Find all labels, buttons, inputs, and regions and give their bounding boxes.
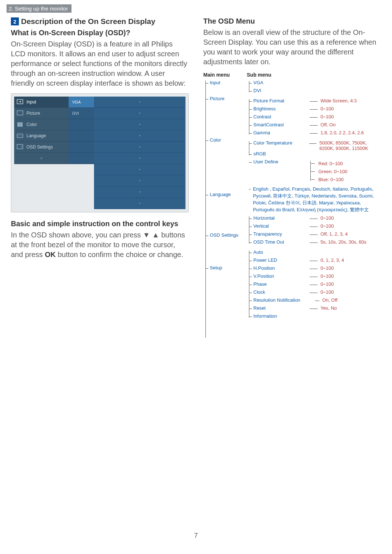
- val: 1.8, 2.0, 2.2, 2.4, 2.6: [320, 130, 364, 135]
- group-picture: Picture FormatWide Screen, 4:3 Brightnes…: [247, 98, 381, 138]
- osd-label: Picture: [26, 111, 40, 116]
- sub-picture-format: Picture Format: [253, 98, 310, 103]
- osd-item-osd-settings: OSD Settings: [14, 142, 69, 153]
- main-picture: Picture: [203, 96, 247, 137]
- input-icon: [16, 99, 24, 105]
- sub-vertical: Vertical: [253, 223, 310, 229]
- sub-contrast: Contrast: [253, 114, 310, 119]
- svg-rect-1: [17, 111, 23, 115]
- svg-point-7: [20, 135, 20, 136]
- val-red: Red: 0~100: [315, 160, 347, 168]
- osd-label: Input: [26, 99, 36, 105]
- user-define-tree: Red: 0~100 Green: 0~100 Blue: 0~100: [310, 160, 347, 184]
- language-list: English , Español, Français, Deutsch, It…: [253, 186, 381, 213]
- sub-v-position: V.Position: [253, 273, 310, 279]
- settings-icon: [16, 144, 24, 150]
- header-sub-menu: Sub menu: [247, 72, 312, 78]
- sub-gamma: Gamma: [253, 130, 310, 135]
- osd-item-language: Language: [14, 130, 69, 142]
- chapter-header: 2. Setting up the monitor: [7, 4, 72, 13]
- group-setup: Auto Power LED0, 1, 2, 3, 4 H.Position0~…: [247, 249, 381, 321]
- sub-reset: Reset: [253, 305, 310, 311]
- header-main-menu: Main menu: [203, 72, 247, 78]
- osd-down-arrow: ▼: [14, 153, 69, 164]
- val: 0, 1, 2, 3, 4: [320, 257, 344, 263]
- val: On, Off: [322, 297, 338, 303]
- sub-dvi: DVI: [253, 88, 310, 93]
- right-column: The OSD Menu Below is an overall view of…: [203, 15, 381, 352]
- subheading-basic-instruction: Basic and simple instruction on the cont…: [11, 220, 189, 228]
- sub-information: Information: [253, 313, 310, 319]
- sub-smartcontrast: SmartContrast: [253, 122, 310, 127]
- osd-label: OSD Settings: [26, 144, 53, 150]
- val: 0~100: [320, 114, 334, 119]
- sub-user-define: User Define: [253, 159, 310, 164]
- sub-transparency: Transparency: [253, 231, 310, 237]
- sub-h-position: H.Position: [253, 265, 310, 271]
- val: Off, 1, 2, 3, 4: [320, 231, 348, 237]
- sub-brightness: Brightness: [253, 106, 310, 111]
- svg-rect-3: [19, 122, 21, 127]
- val: 0~100: [320, 273, 334, 279]
- sub-resolution-notification: Resolution Notification: [253, 297, 315, 303]
- osd-label: Language: [26, 133, 46, 138]
- svg-point-10: [21, 146, 22, 147]
- language-icon: [16, 133, 24, 139]
- main-color: Color: [203, 137, 247, 192]
- svg-rect-9: [17, 144, 23, 149]
- left-column: 2 Description of the On Screen Display W…: [11, 15, 189, 352]
- osd-screenshot: Input Picture Color Language: [11, 93, 189, 212]
- sub-color-temperature: Color Temperature: [253, 140, 309, 146]
- text: button to confirm the choice or change.: [56, 250, 183, 258]
- main-language: Language: [203, 192, 247, 232]
- picture-icon: [16, 110, 24, 117]
- val-green: Green: 0~100: [315, 168, 347, 176]
- val: 5000K, 6500K, 7500K, 8200K, 9300K, 11500…: [319, 140, 381, 151]
- sub-osd-time-out: OSD Time Out: [253, 239, 310, 245]
- val: 0~100: [320, 289, 334, 295]
- group-color: Color Temperature5000K, 6500K, 7500K, 82…: [247, 140, 381, 184]
- osd-sub-dvi: DVI: [69, 108, 94, 119]
- ok-key: OK: [45, 250, 56, 258]
- sub-vga: VGA: [253, 80, 310, 85]
- val: Wide Screen, 4:3: [320, 98, 357, 103]
- svg-rect-2: [17, 122, 19, 127]
- group-input: VGA DVI: [247, 80, 381, 96]
- sub-clock: Clock: [253, 289, 310, 295]
- section-title: Description of the On Screen Display: [21, 17, 155, 26]
- main-osd-settings: OSD Settings: [203, 232, 247, 265]
- osd-menu-title: The OSD Menu: [203, 17, 381, 25]
- subheading-what-is-osd: What is On-Screen Display (OSD)?: [11, 29, 189, 37]
- osd-value-col: •••• •••• ••: [94, 97, 185, 209]
- sub-horizontal: Horizontal: [253, 215, 310, 221]
- page-number: 7: [0, 532, 392, 539]
- section-heading: 2 Description of the On Screen Display: [11, 17, 189, 26]
- svg-point-8: [21, 135, 22, 136]
- svg-point-6: [18, 135, 19, 136]
- val: 0~100: [320, 223, 334, 229]
- val: Yes, No: [320, 305, 337, 311]
- group-osd-settings: Horizontal0~100 Vertical0~100 Transparen…: [247, 215, 381, 247]
- section-badge: 2: [11, 17, 19, 25]
- sub-menu-col: VGA DVI Picture FormatWide Screen, 4:3 B…: [247, 80, 381, 352]
- osd-tree: Main menu Sub menu Input Picture Color L…: [203, 72, 381, 352]
- osd-item-picture: Picture: [14, 108, 69, 119]
- val: 0~100: [320, 106, 334, 111]
- sub-auto: Auto: [253, 249, 310, 255]
- osd-menu-intro: Below is an overall view of the structur…: [203, 28, 381, 67]
- group-language: English , Español, Français, Deutsch, It…: [247, 186, 381, 213]
- osd-item-input: Input: [14, 97, 69, 108]
- color-icon: [16, 121, 24, 128]
- val: 0~100: [320, 265, 334, 271]
- main-setup: Setup: [203, 265, 247, 352]
- osd-label: Color: [26, 122, 37, 127]
- val: 5s, 10s, 20s, 30s, 60s: [320, 239, 366, 245]
- val: 0~100: [320, 281, 334, 287]
- paragraph-osd-intro: On-Screen Display (OSD) is a feature in …: [11, 39, 189, 88]
- osd-sub-vga: VGA: [69, 97, 94, 108]
- val: 0~100: [320, 215, 334, 221]
- paragraph-basic-instruction: In the OSD shown above, you can press ▼ …: [11, 230, 189, 260]
- main-input: Input: [203, 80, 247, 96]
- svg-rect-4: [21, 122, 23, 127]
- val-blue: Blue: 0~100: [315, 176, 347, 184]
